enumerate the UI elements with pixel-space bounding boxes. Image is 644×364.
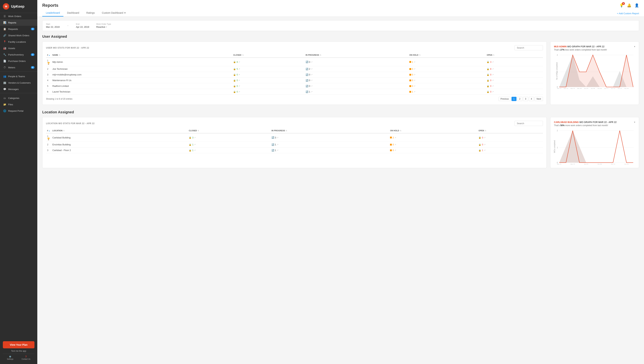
svg-text:Mar 27: Mar 27 [570, 88, 575, 89]
filter-work-order-type[interactable]: Work Order Type Reactive ▾ [96, 23, 111, 28]
sidebar-item-assets[interactable]: 🏭 Assets [0, 45, 37, 51]
row-num: 1🏆 [46, 58, 51, 66]
chevron-down-icon: ▾ [124, 11, 126, 14]
in-progress-icon: 🔄 [306, 61, 308, 63]
row-in-progress: 🔄 1 ↗ [270, 147, 389, 153]
col-name[interactable]: NAME ⇅ [51, 53, 232, 58]
sidebar-item-work-orders[interactable]: ☰ Work Orders [0, 13, 37, 19]
sidebar-item-files[interactable]: 📁 Files [0, 101, 37, 108]
col-on-hold[interactable]: ON HOLD ⇅ [408, 53, 486, 58]
sidebar-item-categories[interactable]: 🗂 Categories [0, 95, 37, 101]
svg-text:2: 2 [557, 130, 558, 132]
link-icon: ↗ [414, 79, 415, 81]
page-4-button[interactable]: 4 [529, 97, 534, 101]
tab-dashboard[interactable]: Dashboard [64, 10, 83, 17]
on-hold-icon [410, 85, 411, 87]
page-1-button[interactable]: 1 [512, 97, 517, 101]
location-graph-title: CARLSBAD BUILDING WO GRAPH FOR MAR 22 - … [554, 121, 635, 123]
row-closed: 🔒 8 ↗ [232, 58, 304, 66]
open-lock-icon: 🔒 [487, 68, 489, 70]
sidebar-item-request-portal[interactable]: 🌐 Request Portal [0, 108, 37, 114]
location-chart-y-label: WOs completed [554, 140, 556, 153]
loc-col-closed[interactable]: CLOSED ⇅ [188, 128, 270, 133]
location-search-input[interactable] [514, 121, 543, 126]
notifications-button[interactable]: 💡 6 [619, 3, 624, 8]
user-menu-button[interactable]: 👤 [634, 3, 639, 8]
page-next-button[interactable]: Next [534, 97, 543, 101]
sidebar-item-shared-work-orders[interactable]: 🔗 Shared Work Orders [0, 32, 37, 39]
on-hold-icon [410, 80, 411, 81]
sidebar-item-vendors-customers[interactable]: 🏢 Vendors & Customers [0, 80, 37, 86]
link-icon: ↗ [484, 143, 486, 145]
filter-start[interactable]: Start Mar 22, 2019 [46, 23, 60, 28]
alerts-button[interactable]: 🔔 [627, 3, 632, 8]
loc-col-name[interactable]: LOCATION ⇅ [51, 128, 188, 133]
location-graph-panel: ▾ CARLSBAD BUILDING WO GRAPH FOR MAR 22 … [550, 117, 639, 168]
filter-end[interactable]: End Apr 22, 2019 [76, 23, 89, 28]
row-num: 2 [46, 66, 51, 72]
page-2-button[interactable]: 2 [517, 97, 522, 101]
people-icon: 👥 [3, 75, 6, 78]
link-icon: ↗ [311, 61, 312, 63]
graph-collapse-button[interactable]: ▾ [634, 45, 635, 48]
col-open[interactable]: OPEN ⇅ [486, 53, 543, 58]
location-graph-collapse-button[interactable]: ▾ [634, 121, 635, 123]
sidebar-item-messages[interactable]: 💬 Messages [0, 86, 37, 92]
row-name: Radford Limited [51, 83, 232, 89]
work-order-type-chevron-icon: ▾ [106, 26, 107, 28]
sidebar-item-facility-locations[interactable]: 📍 Facility Locations [0, 39, 37, 45]
svg-text:Mar 21: Mar 21 [557, 163, 562, 164]
view-plan-button[interactable]: View Your Plan [3, 341, 34, 348]
svg-text:Apr 14: Apr 14 [611, 163, 615, 164]
requests-icon: 📋 [3, 28, 6, 31]
sidebar-bottom: View Your Plan Text me the app ⚙️ Settin… [0, 338, 37, 364]
table-row: 2 Encinitas Building 🔒 1 ↗ 🔄 1 ↗ [46, 142, 543, 147]
user-search-input[interactable] [514, 45, 543, 50]
loc-col-open[interactable]: OPEN ⇅ [478, 128, 543, 133]
tab-custom-dashboard[interactable]: Custom Dashboard ▾ [98, 10, 129, 17]
on-hold-icon [410, 74, 411, 76]
row-num: 1🏆 [46, 133, 51, 142]
col-in-progress[interactable]: IN PROGRESS ⇅ [304, 53, 408, 58]
link-icon: ↗ [484, 149, 486, 151]
loc-col-in-progress[interactable]: IN PROGRESS ⇅ [270, 128, 389, 133]
on-hold-icon [410, 68, 411, 70]
on-hold-icon [390, 149, 392, 151]
row-num: 5 [46, 83, 51, 89]
row-name: Joe Technician [51, 66, 232, 72]
add-custom-report-button[interactable]: + Add Custom Report [617, 10, 639, 17]
sidebar-item-reports[interactable]: 📊 Reports [0, 19, 37, 26]
open-lock-icon: 🔒 [487, 85, 489, 87]
row-on-hold: 0 ↗ [389, 147, 478, 153]
page-prev-button[interactable]: Previous [498, 97, 511, 101]
help-icon: ❓ [25, 356, 27, 357]
closed-lock-icon: 🔒 [189, 143, 192, 146]
row-in-progress: 🔄 3 ↗ [270, 133, 389, 142]
header-top: Reports 💡 6 🔔 👤 [42, 3, 639, 8]
table-row: 2 Joe Technician 🔒 5 ↗ 🔄 2 ↗ 0 [46, 66, 543, 72]
sidebar-item-people-teams[interactable]: 👥 People & Teams [0, 73, 37, 80]
svg-text:Mar 21: Mar 21 [557, 88, 562, 89]
sidebar-item-requests[interactable]: 📋 Requests 3 [0, 26, 37, 32]
settings-nav-item[interactable]: ⚙️ Settings [7, 356, 13, 360]
contact-us-nav-item[interactable]: ❓ Contact Us [22, 356, 30, 360]
sidebar-item-meters[interactable]: ⏱ Meters 6 [0, 64, 37, 71]
tab-leaderboard[interactable]: Leaderboard [42, 10, 64, 17]
row-open: 🔒 8 ↗ [486, 66, 543, 72]
user-graph-panel: ▾ MIJI ADMIN WO GRAPH FOR MAR 22 - APR 2… [550, 42, 639, 105]
loc-col-on-hold[interactable]: ON HOLD ⇅ [389, 128, 478, 133]
col-num[interactable]: #▲ [46, 53, 51, 58]
on-hold-icon [410, 61, 411, 63]
closed-lock-icon: 🔒 [189, 136, 192, 139]
chart-y-label: No of WOs completed [556, 62, 558, 80]
col-closed[interactable]: CLOSED ⇅ [232, 53, 304, 58]
in-progress-icon: 🔄 [306, 74, 308, 76]
sidebar-item-parts-inventory[interactable]: 🔧 Parts/Inventory 2 [0, 51, 37, 58]
row-closed: 🔒 1 ↗ [188, 142, 270, 147]
svg-text:Apr 02: Apr 02 [584, 88, 588, 89]
sidebar-item-purchase-orders[interactable]: 📄 Purchase Orders [0, 58, 37, 64]
loc-col-num[interactable]: #▲ [46, 128, 51, 133]
tab-ratings[interactable]: Ratings [83, 10, 98, 17]
page-3-button[interactable]: 3 [523, 97, 528, 101]
link-icon: ↗ [395, 143, 396, 145]
